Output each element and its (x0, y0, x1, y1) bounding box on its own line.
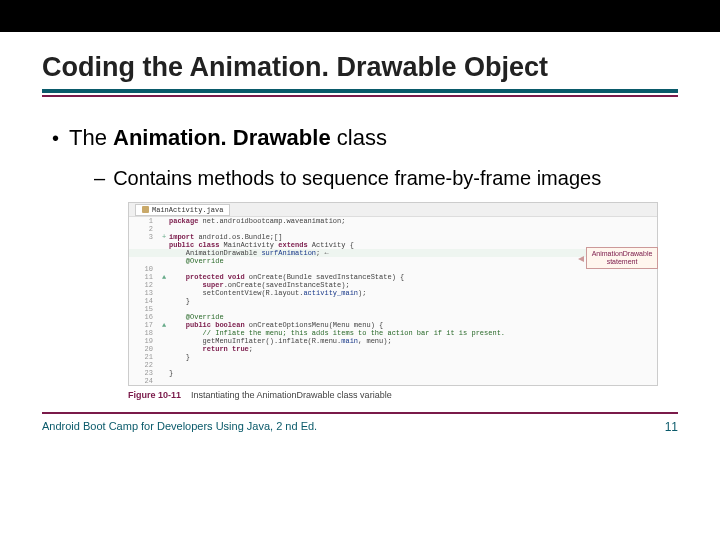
figure-caption: Figure 10-11 Instantiating the Animation… (128, 390, 678, 400)
line-number: 21 (129, 353, 159, 361)
java-file-icon (142, 206, 149, 213)
line-number: 10 (129, 265, 159, 273)
code-body: 1package net.androidbootcamp.waveanimati… (129, 217, 657, 385)
line-number: 24 (129, 377, 159, 385)
code-text: } (169, 297, 657, 305)
code-text: super.onCreate(savedInstanceState); (169, 281, 657, 289)
code-text: package net.androidbootcamp.waveanimatio… (169, 217, 657, 225)
code-line: 11▲ protected void onCreate(Bundle saved… (129, 273, 657, 281)
line-number: 13 (129, 289, 159, 297)
code-text: public class MainActivity extends Activi… (169, 241, 657, 249)
code-text: } (169, 353, 657, 361)
code-text: getMenuInflater().inflate(R.menu.main, m… (169, 337, 657, 345)
line-number: 3 (129, 233, 159, 241)
line-number: 18 (129, 329, 159, 337)
bullet-tail: class (331, 125, 387, 150)
editor-tab-label: MainActivity.java (152, 206, 223, 214)
code-line: 23} (129, 369, 657, 377)
figure-label: Figure 10-11 (128, 390, 181, 400)
line-number: 20 (129, 345, 159, 353)
code-line: 20 return true; (129, 345, 657, 353)
bullet-1-sub-text: Contains methods to sequence frame-by-fr… (113, 165, 601, 192)
code-text: protected void onCreate(Bundle savedInst… (169, 273, 657, 281)
code-line: 15 (129, 305, 657, 313)
code-line: 1package net.androidbootcamp.waveanimati… (129, 217, 657, 225)
code-text: } (169, 369, 657, 377)
line-number: 1 (129, 217, 159, 225)
title-rule-teal (42, 89, 678, 93)
code-text: setContentView(R.layout.activity_main); (169, 289, 657, 297)
footer: Android Boot Camp for Developers Using J… (0, 414, 720, 434)
code-line: 22 (129, 361, 657, 369)
top-black-strip (0, 0, 720, 32)
code-text: import android.os.Bundle;[] (169, 233, 657, 241)
code-line: 13 setContentView(R.layout.activity_main… (129, 289, 657, 297)
code-line: 10 (129, 265, 657, 273)
line-number: 2 (129, 225, 159, 233)
line-number: 16 (129, 313, 159, 321)
code-line: public class MainActivity extends Activi… (129, 241, 657, 249)
line-number: 22 (129, 361, 159, 369)
code-line: 21 } (129, 353, 657, 361)
figure-caption-text: Instantiating the AnimationDrawable clas… (191, 390, 392, 400)
bullet-bold: Animation. Drawable (113, 125, 331, 150)
gutter-marker-icon: ▲ (159, 321, 169, 329)
code-line: 14 } (129, 297, 657, 305)
code-line: 16 @Override (129, 313, 657, 321)
bullet-lead: The (69, 125, 113, 150)
line-number: 11 (129, 273, 159, 281)
line-number: 14 (129, 297, 159, 305)
code-editor: MainActivity.java 1package net.androidbo… (128, 202, 658, 386)
code-line: 18 // Inflate the menu; this adds items … (129, 329, 657, 337)
slide-content: Coding the Animation. Drawable Object • … (0, 32, 720, 400)
gutter-marker-icon: ▲ (159, 273, 169, 281)
code-line: 19 getMenuInflater().inflate(R.menu.main… (129, 337, 657, 345)
editor-tabbar: MainActivity.java (129, 203, 657, 217)
code-line: 2 (129, 225, 657, 233)
code-text: // Inflate the menu; this adds items to … (169, 329, 657, 337)
editor-tab: MainActivity.java (135, 204, 230, 216)
line-number: 12 (129, 281, 159, 289)
code-callout: AnimationDrawable statement (586, 247, 658, 269)
callout-arrow-icon (578, 256, 584, 262)
code-text: public boolean onCreateOptionsMenu(Menu … (169, 321, 657, 329)
bullet-dash: – (94, 167, 105, 190)
line-number: 23 (129, 369, 159, 377)
line-number: 17 (129, 321, 159, 329)
code-text: @Override (169, 313, 657, 321)
page-number: 11 (665, 420, 678, 434)
bullet-1-text: The Animation. Drawable class (69, 125, 387, 151)
code-line: 24 (129, 377, 657, 385)
title-rule-maroon (42, 95, 678, 97)
bullet-1-sub: – Contains methods to sequence frame-by-… (94, 165, 678, 192)
code-line: 17▲ public boolean onCreateOptionsMenu(M… (129, 321, 657, 329)
gutter-marker-icon: + (159, 233, 169, 241)
code-line: 3+import android.os.Bundle;[] (129, 233, 657, 241)
slide-title: Coding the Animation. Drawable Object (42, 52, 678, 83)
code-text: return true; (169, 345, 657, 353)
code-line: 12 super.onCreate(savedInstanceState); (129, 281, 657, 289)
bullet-1: • The Animation. Drawable class (52, 125, 678, 151)
footer-left: Android Boot Camp for Developers Using J… (42, 420, 317, 434)
bullet-dot: • (52, 127, 59, 150)
line-number: 15 (129, 305, 159, 313)
line-number: 19 (129, 337, 159, 345)
